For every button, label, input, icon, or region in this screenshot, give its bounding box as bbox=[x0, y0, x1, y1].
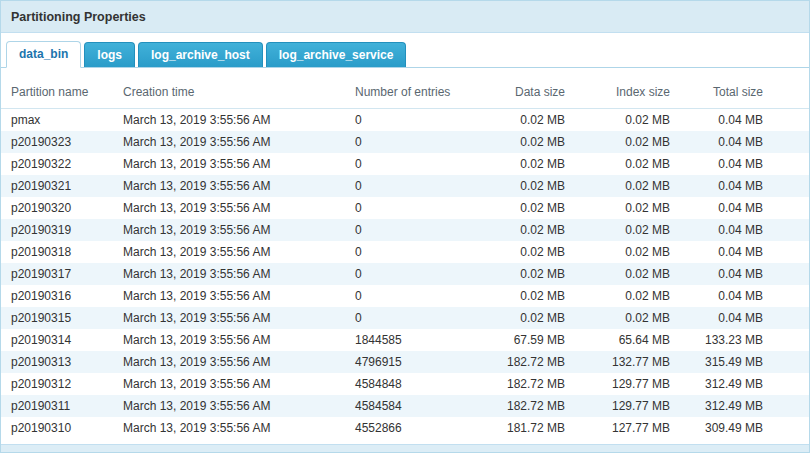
table-cell: 181.72 MB bbox=[475, 417, 573, 439]
table-cell: 0.02 MB bbox=[573, 263, 678, 285]
table-row[interactable]: p20190314March 13, 2019 3:55:56 AM184458… bbox=[1, 329, 809, 351]
table-row[interactable]: p20190318March 13, 2019 3:55:56 AM00.02 … bbox=[1, 241, 809, 263]
column-header-index-size[interactable]: Index size bbox=[573, 78, 678, 109]
table-cell: 0.04 MB bbox=[678, 241, 809, 263]
table-row[interactable]: p20190315March 13, 2019 3:55:56 AM00.02 … bbox=[1, 307, 809, 329]
partition-table-container: Partition nameCreation timeNumber of ent… bbox=[1, 68, 809, 444]
table-cell: 0.04 MB bbox=[678, 197, 809, 219]
table-row[interactable]: p20190323March 13, 2019 3:55:56 AM00.02 … bbox=[1, 131, 809, 153]
table-cell: p20190317 bbox=[1, 263, 113, 285]
table-cell: 0.02 MB bbox=[475, 153, 573, 175]
table-cell: p20190322 bbox=[1, 153, 113, 175]
table-cell: 0.04 MB bbox=[678, 307, 809, 329]
table-cell: 133.23 MB bbox=[678, 329, 809, 351]
column-header-creation-time[interactable]: Creation time bbox=[113, 78, 345, 109]
table-cell: 0.04 MB bbox=[678, 175, 809, 197]
table-cell: 0.04 MB bbox=[678, 131, 809, 153]
table-cell: 0.04 MB bbox=[678, 109, 809, 132]
panel-title: Partitioning Properties bbox=[1, 1, 809, 33]
column-header-number-of-entries[interactable]: Number of entries bbox=[345, 78, 475, 109]
table-cell: March 13, 2019 3:55:56 AM bbox=[113, 153, 345, 175]
table-cell: 0 bbox=[345, 241, 475, 263]
partition-table-body: pmaxMarch 13, 2019 3:55:56 AM00.02 MB0.0… bbox=[1, 109, 809, 440]
table-cell: p20190311 bbox=[1, 395, 113, 417]
table-cell: March 13, 2019 3:55:56 AM bbox=[113, 109, 345, 132]
table-cell: 0.04 MB bbox=[678, 219, 809, 241]
table-cell: 0.02 MB bbox=[573, 175, 678, 197]
table-cell: 0.02 MB bbox=[475, 197, 573, 219]
partitioning-properties-panel: Partitioning Properties data_binlogslog_… bbox=[0, 0, 810, 453]
table-row[interactable]: p20190321March 13, 2019 3:55:56 AM00.02 … bbox=[1, 175, 809, 197]
tab-log_archive_service[interactable]: log_archive_service bbox=[266, 42, 407, 67]
table-cell: 4552866 bbox=[345, 417, 475, 439]
table-cell: 65.64 MB bbox=[573, 329, 678, 351]
table-cell: 4584584 bbox=[345, 395, 475, 417]
footer-strip bbox=[1, 444, 809, 452]
table-cell: March 13, 2019 3:55:56 AM bbox=[113, 263, 345, 285]
table-row[interactable]: p20190313March 13, 2019 3:55:56 AM479691… bbox=[1, 351, 809, 373]
table-cell: 0.02 MB bbox=[573, 219, 678, 241]
table-cell: 0.04 MB bbox=[678, 285, 809, 307]
tab-log_archive_host[interactable]: log_archive_host bbox=[138, 42, 263, 67]
table-cell: March 13, 2019 3:55:56 AM bbox=[113, 131, 345, 153]
table-cell: 4796915 bbox=[345, 351, 475, 373]
table-cell: 129.77 MB bbox=[573, 395, 678, 417]
table-cell: 0.02 MB bbox=[475, 241, 573, 263]
table-cell: March 13, 2019 3:55:56 AM bbox=[113, 219, 345, 241]
table-cell: 0.02 MB bbox=[573, 153, 678, 175]
table-cell: 312.49 MB bbox=[678, 395, 809, 417]
table-cell: March 13, 2019 3:55:56 AM bbox=[113, 175, 345, 197]
table-cell: March 13, 2019 3:55:56 AM bbox=[113, 197, 345, 219]
table-row[interactable]: p20190311March 13, 2019 3:55:56 AM458458… bbox=[1, 395, 809, 417]
table-cell: March 13, 2019 3:55:56 AM bbox=[113, 351, 345, 373]
table-cell: 0.02 MB bbox=[573, 109, 678, 132]
table-cell: p20190313 bbox=[1, 351, 113, 373]
column-header-total-size[interactable]: Total size bbox=[678, 78, 809, 109]
table-cell: 67.59 MB bbox=[475, 329, 573, 351]
table-cell: p20190316 bbox=[1, 285, 113, 307]
table-cell: 0 bbox=[345, 153, 475, 175]
table-cell: 0.02 MB bbox=[475, 307, 573, 329]
table-row[interactable]: p20190312March 13, 2019 3:55:56 AM458484… bbox=[1, 373, 809, 395]
table-cell: 0.02 MB bbox=[475, 109, 573, 132]
table-cell: 0 bbox=[345, 263, 475, 285]
table-cell: 312.49 MB bbox=[678, 373, 809, 395]
table-cell: March 13, 2019 3:55:56 AM bbox=[113, 373, 345, 395]
table-row[interactable]: p20190310March 13, 2019 3:55:56 AM455286… bbox=[1, 417, 809, 439]
table-cell: March 13, 2019 3:55:56 AM bbox=[113, 417, 345, 439]
table-cell: 4584848 bbox=[345, 373, 475, 395]
table-cell: March 13, 2019 3:55:56 AM bbox=[113, 241, 345, 263]
column-header-data-size[interactable]: Data size bbox=[475, 78, 573, 109]
table-row[interactable]: pmaxMarch 13, 2019 3:55:56 AM00.02 MB0.0… bbox=[1, 109, 809, 132]
table-cell: March 13, 2019 3:55:56 AM bbox=[113, 329, 345, 351]
table-cell: 0.02 MB bbox=[573, 241, 678, 263]
table-cell: p20190314 bbox=[1, 329, 113, 351]
table-cell: 0 bbox=[345, 219, 475, 241]
table-row[interactable]: p20190319March 13, 2019 3:55:56 AM00.02 … bbox=[1, 219, 809, 241]
table-cell: March 13, 2019 3:55:56 AM bbox=[113, 285, 345, 307]
table-row[interactable]: p20190320March 13, 2019 3:55:56 AM00.02 … bbox=[1, 197, 809, 219]
table-cell: 0.04 MB bbox=[678, 153, 809, 175]
tab-logs[interactable]: logs bbox=[84, 42, 135, 67]
tab-data_bin[interactable]: data_bin bbox=[6, 41, 81, 68]
table-cell: p20190315 bbox=[1, 307, 113, 329]
table-cell: 0 bbox=[345, 175, 475, 197]
table-cell: p20190320 bbox=[1, 197, 113, 219]
table-cell: p20190321 bbox=[1, 175, 113, 197]
table-cell: 0.02 MB bbox=[475, 131, 573, 153]
table-cell: 0.02 MB bbox=[573, 285, 678, 307]
table-row[interactable]: p20190316March 13, 2019 3:55:56 AM00.02 … bbox=[1, 285, 809, 307]
table-cell: 0.02 MB bbox=[573, 197, 678, 219]
table-cell: 0 bbox=[345, 285, 475, 307]
table-cell: 0.02 MB bbox=[573, 307, 678, 329]
table-cell: March 13, 2019 3:55:56 AM bbox=[113, 395, 345, 417]
table-header-row: Partition nameCreation timeNumber of ent… bbox=[1, 78, 809, 109]
table-cell: 1844585 bbox=[345, 329, 475, 351]
table-cell: 0 bbox=[345, 197, 475, 219]
column-header-partition-name[interactable]: Partition name bbox=[1, 78, 113, 109]
table-cell: 315.49 MB bbox=[678, 351, 809, 373]
table-row[interactable]: p20190317March 13, 2019 3:55:56 AM00.02 … bbox=[1, 263, 809, 285]
table-cell: p20190319 bbox=[1, 219, 113, 241]
table-row[interactable]: p20190322March 13, 2019 3:55:56 AM00.02 … bbox=[1, 153, 809, 175]
table-cell: p20190312 bbox=[1, 373, 113, 395]
